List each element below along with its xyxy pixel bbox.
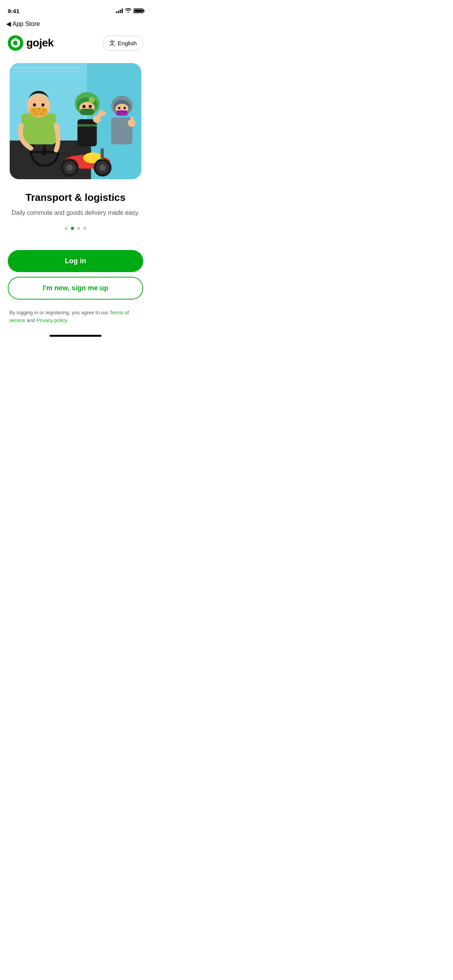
svg-point-21 <box>33 103 36 106</box>
svg-point-39 <box>67 164 73 171</box>
dot-4 <box>83 227 86 230</box>
logo-container: gojek <box>8 35 54 51</box>
home-indicator <box>0 332 151 341</box>
svg-point-26 <box>89 97 95 103</box>
hero-area <box>0 55 151 179</box>
dot-3 <box>77 227 80 230</box>
terms-section: By logging in or registering, you agree … <box>0 306 151 332</box>
svg-point-22 <box>41 103 45 106</box>
wifi-icon <box>125 8 131 14</box>
svg-rect-52 <box>130 117 134 123</box>
app-store-label: App Store <box>12 21 40 27</box>
home-bar <box>50 335 101 337</box>
status-bar: 9:41 <box>0 0 151 19</box>
terms-middle: and <box>25 317 36 323</box>
status-icons <box>116 8 143 14</box>
svg-rect-5 <box>14 67 83 69</box>
translate-icon: ⽂ <box>109 39 115 47</box>
svg-point-46 <box>121 110 123 113</box>
hero-illustration <box>10 63 141 179</box>
svg-point-32 <box>93 115 101 123</box>
language-button[interactable]: ⽂ English <box>103 36 143 51</box>
svg-point-18 <box>43 109 45 111</box>
svg-rect-6 <box>14 71 83 72</box>
terms-prefix: By logging in or registering, you agree … <box>9 310 110 315</box>
svg-rect-30 <box>77 119 97 146</box>
gojek-logo-text: gojek <box>26 37 54 49</box>
svg-point-16 <box>33 109 35 111</box>
content-section: Transport & logistics Daily commute and … <box>0 179 151 250</box>
language-label: English <box>118 40 137 46</box>
battery-icon <box>134 9 143 13</box>
privacy-policy-link[interactable]: Privacy policy <box>36 317 67 323</box>
terms-text: By logging in or registering, you agree … <box>9 309 142 324</box>
dot-2 <box>71 227 74 230</box>
svg-point-28 <box>82 105 86 108</box>
svg-point-48 <box>118 107 120 109</box>
svg-rect-40 <box>101 148 104 160</box>
svg-point-20 <box>40 113 43 115</box>
svg-rect-31 <box>77 124 97 127</box>
header: gojek ⽂ English <box>0 31 151 55</box>
status-time: 9:41 <box>8 8 19 14</box>
svg-point-49 <box>124 107 126 109</box>
svg-rect-13 <box>21 113 56 144</box>
slide-dots <box>9 227 142 230</box>
gojek-logo-icon <box>8 35 23 51</box>
terms-suffix: . <box>67 317 69 323</box>
svg-point-45 <box>118 111 120 113</box>
back-arrow-icon: ◀ <box>6 20 11 27</box>
svg-point-9 <box>41 149 48 155</box>
slide-description: Daily commute and goods delivery made ea… <box>9 208 142 218</box>
slide-title: Transport & logistics <box>9 192 142 204</box>
dot-1 <box>65 227 68 230</box>
buttons-section: Log in I'm new, sign me up <box>0 250 151 306</box>
app-store-nav[interactable]: ◀ App Store <box>0 19 151 31</box>
signal-icon <box>116 9 123 13</box>
svg-rect-27 <box>80 109 94 115</box>
svg-point-37 <box>100 164 106 171</box>
svg-point-29 <box>89 105 92 108</box>
svg-point-17 <box>38 108 40 110</box>
login-button[interactable]: Log in <box>8 250 143 272</box>
svg-point-19 <box>35 113 37 115</box>
signup-button[interactable]: I'm new, sign me up <box>8 277 143 300</box>
svg-point-47 <box>124 111 126 113</box>
